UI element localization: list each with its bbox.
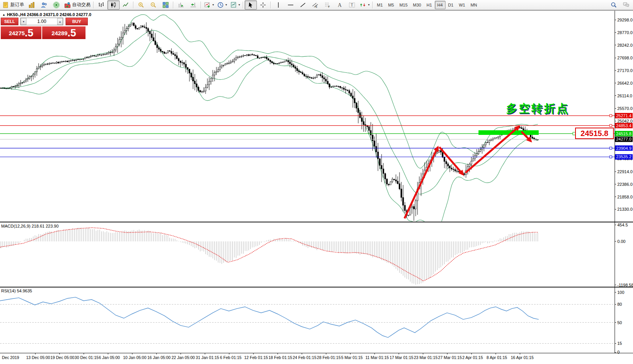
trade-buttons-row: SELL ▼ 1.00 ▲ BUY — [1, 18, 88, 25]
svg-text:27170.0: 27170.0 — [617, 68, 633, 73]
indicators-button[interactable]: ▾ — [202, 0, 215, 10]
timeframe-button-w1[interactable]: W1 — [456, 1, 468, 9]
toolbar-separator — [243, 2, 243, 8]
zoom-in-button[interactable] — [135, 0, 147, 10]
trade-prices-row: 24275.5 24289.5 — [1, 26, 88, 39]
price-axis[interactable]: 29298.028770.028242.027698.027170.026642… — [615, 18, 633, 212]
candlestick-icon — [110, 2, 117, 8]
toolbar-separator — [173, 2, 174, 8]
arrows-button[interactable]: ▾ — [358, 0, 371, 10]
fibonacci-icon: F — [324, 2, 331, 8]
autotrading-button[interactable]: 自动交易 — [62, 0, 92, 10]
timeframe-button-m15[interactable]: M15 — [397, 1, 410, 9]
timeframe-button-d1[interactable]: D1 — [446, 1, 456, 9]
svg-text:0.00: 0.00 — [617, 239, 625, 244]
new-order-button-label: 新订单 — [10, 2, 24, 8]
svg-text:6 Jan 05:00: 6 Jan 05:00 — [99, 355, 120, 360]
vline-button[interactable] — [272, 0, 284, 10]
svg-text:22914.0: 22914.0 — [617, 169, 633, 174]
svg-text:A: A — [338, 2, 342, 8]
svg-text:E: E — [316, 5, 317, 8]
svg-text:31 Jan 01:15: 31 Jan 01:15 — [196, 355, 219, 360]
svg-text:23 Mar 01:15: 23 Mar 01:15 — [414, 355, 437, 360]
svg-text:27698.0: 27698.0 — [617, 56, 633, 60]
tile-windows-button[interactable] — [159, 0, 172, 10]
svg-text:23904.9: 23904.9 — [616, 146, 631, 151]
cursor-button[interactable] — [245, 0, 257, 10]
sell-price-panel[interactable]: 24275.5 — [1, 26, 42, 39]
arrows-icon — [360, 2, 367, 8]
buy-price-panel[interactable]: 24289.5 — [42, 26, 85, 39]
profiles-button[interactable] — [38, 0, 50, 10]
chevron-down-icon: ▾ — [368, 3, 370, 7]
timeframe-button-m5[interactable]: M5 — [385, 1, 396, 9]
search-button[interactable] — [608, 0, 620, 10]
candles-layer — [0, 15, 539, 229]
timeframe-button-m1[interactable]: M1 — [374, 1, 385, 9]
macd-pane: 454.50.00-1198.58 — [0, 223, 633, 287]
svg-text:8 Apr 01:15: 8 Apr 01:15 — [487, 355, 507, 360]
svg-text:17 Mar 01:15: 17 Mar 01:15 — [390, 355, 413, 360]
svg-text:21330.0: 21330.0 — [617, 207, 633, 212]
svg-text:Dec 2019: Dec 2019 — [2, 355, 19, 360]
svg-text:F: F — [328, 5, 330, 8]
green-zone-rect[interactable] — [478, 130, 539, 135]
timeframe-button-h1[interactable]: H1 — [424, 1, 434, 9]
svg-text:25042.0: 25042.0 — [617, 119, 633, 123]
svg-text:25570.0: 25570.0 — [617, 106, 633, 111]
chart-shift-button[interactable] — [187, 0, 199, 10]
main-toolbar: 新订单自动交易▾▾▾EFAT▾M1M5M15M30H1H4D1W1MN — [0, 0, 633, 10]
zoom-out-button[interactable] — [147, 0, 159, 10]
svg-text:T: T — [351, 3, 353, 7]
fibonacci-button[interactable]: F — [321, 0, 334, 10]
svg-text:19 Dec 05:00: 19 Dec 05:00 — [50, 355, 74, 360]
chat-button[interactable] — [620, 0, 632, 10]
indicators-icon — [204, 2, 211, 8]
sell-button[interactable]: SELL — [1, 18, 18, 25]
profiles-icon — [41, 2, 48, 8]
timeframe-button-mn[interactable]: MN — [468, 1, 480, 9]
periods-button[interactable]: ▾ — [215, 0, 229, 10]
volume-value[interactable]: 1.00 — [26, 18, 57, 25]
sell-price-big: .5 — [25, 28, 34, 38]
hline-button[interactable] — [284, 0, 297, 10]
svg-text:22 Jan 05:00: 22 Jan 05:00 — [171, 355, 195, 360]
svg-text:10 Jan 05:00: 10 Jan 05:00 — [123, 355, 146, 360]
svg-text:6 Feb 01:15: 6 Feb 01:15 — [220, 355, 242, 360]
channel-button[interactable]: E — [309, 0, 321, 10]
chart-shift-icon — [190, 2, 197, 8]
timeframe-button-m30[interactable]: M30 — [410, 1, 424, 9]
svg-text:50: 50 — [617, 320, 622, 325]
text-button[interactable]: A — [334, 0, 346, 10]
line-chart-button[interactable] — [120, 0, 132, 10]
market-watch-button[interactable] — [50, 0, 62, 10]
bar-chart-button[interactable] — [95, 0, 107, 10]
new-order-button[interactable]: 新订单 — [1, 0, 26, 10]
text-icon: A — [336, 2, 343, 8]
timeframe-button-h4[interactable]: H4 — [435, 1, 446, 9]
label-button[interactable]: T — [346, 0, 358, 10]
auto-scroll-button[interactable] — [175, 0, 187, 10]
price-callout-box[interactable]: 24515.8 — [575, 128, 614, 139]
templates-button[interactable]: ▾ — [229, 0, 242, 10]
buy-button[interactable]: BUY — [66, 18, 88, 25]
chevron-down-icon: ▾ — [225, 3, 227, 7]
buy-price-big: .5 — [67, 28, 76, 38]
candlestick-button[interactable] — [107, 0, 120, 10]
trendline-button[interactable] — [297, 0, 309, 10]
svg-text:80: 80 — [617, 302, 622, 307]
crosshair-button[interactable] — [257, 0, 269, 10]
chat-icon — [623, 2, 630, 8]
autotrading-button-label: 自动交易 — [72, 2, 90, 8]
svg-text:11 Mar 01:15: 11 Mar 01:15 — [365, 355, 389, 360]
search-icon — [610, 2, 617, 8]
horizontal-lines-layer[interactable] — [0, 115, 615, 158]
volume-stepper[interactable]: ▼ 1.00 ▲ — [20, 18, 63, 25]
volume-down-icon[interactable]: ▼ — [21, 18, 26, 25]
symbol-ohlc-text: HK50-,H4 24366.0 24371.0 24246.0 24277.0 — [7, 12, 91, 17]
autotrading-icon — [64, 2, 71, 8]
charts-button[interactable] — [26, 0, 38, 10]
time-axis[interactable]: Dec 201913 Dec 05:0019 Dec 05:0030 Dec 0… — [2, 353, 534, 360]
svg-text:26114.0: 26114.0 — [617, 93, 632, 98]
volume-up-icon[interactable]: ▲ — [57, 18, 63, 25]
